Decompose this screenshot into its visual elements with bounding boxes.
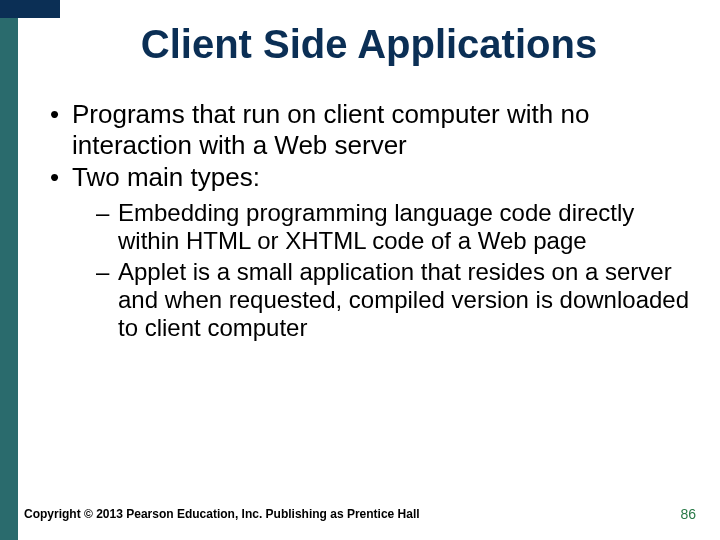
slide-title: Client Side Applications	[18, 22, 720, 67]
slide-footer: Copyright © 2013 Pearson Education, Inc.…	[24, 506, 696, 522]
bullet-level1: Two main types:	[46, 162, 692, 193]
left-accent-bar	[0, 0, 18, 540]
bullet-level2: Embedding programming language code dire…	[96, 199, 692, 256]
sub-bullet-list: Embedding programming language code dire…	[46, 199, 692, 343]
slide-content: Client Side Applications Programs that r…	[18, 0, 720, 345]
bullet-level1: Programs that run on client computer wit…	[46, 99, 692, 160]
page-number: 86	[680, 506, 696, 522]
bullet-level2: Applet is a small application that resid…	[96, 258, 692, 343]
bullet-list: Programs that run on client computer wit…	[18, 99, 720, 343]
copyright-text: Copyright © 2013 Pearson Education, Inc.…	[24, 507, 420, 521]
